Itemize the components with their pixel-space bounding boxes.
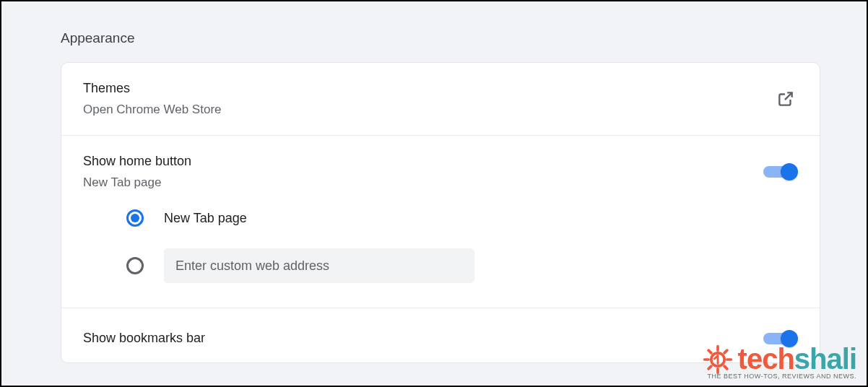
themes-row[interactable]: Themes Open Chrome Web Store	[61, 63, 820, 136]
themes-subtitle: Open Chrome Web Store	[83, 100, 776, 119]
home-button-toggle[interactable]	[763, 162, 798, 181]
show-home-button-row: Show home button New Tab page	[61, 136, 820, 196]
home-button-options: New Tab page	[61, 196, 820, 308]
home-button-text: Show home button New Tab page	[83, 152, 763, 192]
radio-new-tab-label: New Tab page	[164, 211, 247, 226]
radio-custom[interactable]	[126, 257, 144, 274]
bookmarks-text: Show bookmarks bar	[83, 329, 763, 348]
themes-title: Themes	[83, 79, 776, 98]
show-bookmarks-bar-row: Show bookmarks bar	[61, 308, 820, 362]
external-link-icon	[776, 90, 795, 108]
toggle-thumb	[781, 163, 798, 181]
themes-text: Themes Open Chrome Web Store	[83, 79, 776, 119]
appearance-card: Themes Open Chrome Web Store Show home b…	[61, 62, 820, 363]
bookmarks-title: Show bookmarks bar	[83, 329, 763, 348]
toggle-thumb	[781, 330, 798, 347]
home-button-subtitle: New Tab page	[83, 173, 763, 192]
radio-custom-row[interactable]	[126, 248, 798, 283]
radio-new-tab-row[interactable]: New Tab page	[126, 209, 798, 227]
section-title: Appearance	[1, 1, 867, 62]
home-button-title: Show home button	[83, 152, 763, 171]
radio-new-tab[interactable]	[126, 209, 144, 227]
custom-address-input[interactable]	[164, 248, 474, 283]
bookmarks-bar-toggle[interactable]	[763, 329, 798, 348]
